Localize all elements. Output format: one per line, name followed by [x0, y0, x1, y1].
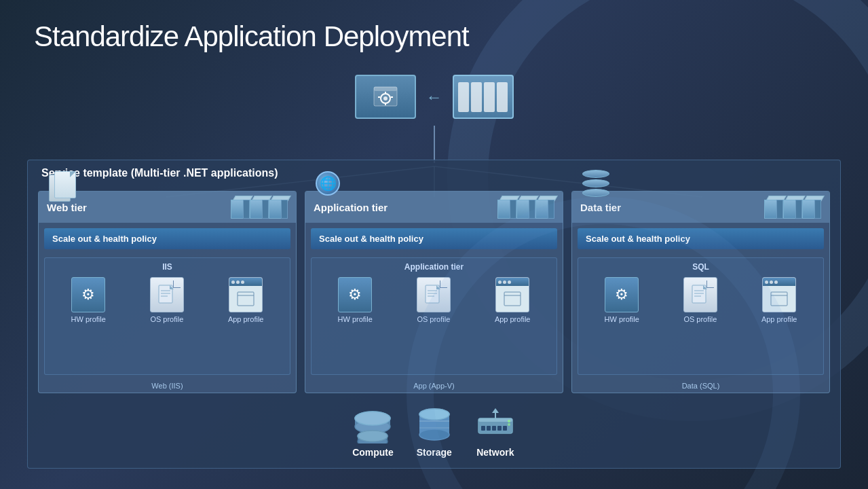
db-disk-bot	[582, 189, 609, 197]
cube-right	[281, 200, 288, 219]
web-tier-sub-box: IIS ⚙ HW profile	[44, 257, 290, 375]
tiers-container: Web tier	[38, 191, 830, 393]
data-sub-header: SQL	[582, 262, 819, 272]
app-os-profile: OS profile	[417, 277, 451, 323]
os-icon	[417, 277, 451, 312]
hw-icon: ⚙	[71, 277, 105, 312]
network-icon	[475, 406, 516, 443]
app-sub-header: Application tier	[316, 262, 552, 272]
svg-point-41	[419, 409, 449, 420]
web-os-profile: OS profile	[150, 277, 184, 323]
svg-point-53	[508, 423, 510, 426]
app-sub-label: App (App-V)	[305, 380, 563, 393]
storage-svg	[414, 405, 455, 446]
application-tier-servers	[499, 196, 554, 219]
data-profiles-row: ⚙ HW profile	[582, 277, 819, 323]
app-dot-3	[774, 280, 778, 284]
web-app-profile: App profile	[228, 277, 264, 323]
bottom-resources: Compute Storage	[38, 393, 830, 458]
app-app-profile: App profile	[495, 277, 531, 323]
app-tier-sub-box: Application tier ⚙ HW profile	[311, 257, 557, 375]
app-icon	[229, 277, 263, 312]
app-profiles-row: ⚙ HW profile	[316, 277, 552, 323]
app-icon	[495, 277, 529, 312]
storage-label: Storage	[417, 447, 452, 458]
os-profile-label: OS profile	[683, 315, 717, 323]
app-titlebar	[229, 278, 262, 286]
svg-point-3	[383, 96, 388, 101]
app-dot-3	[241, 280, 244, 284]
data-app-profile: App profile	[761, 277, 797, 323]
document-icon	[157, 284, 176, 306]
app-content-icon	[503, 291, 522, 307]
svg-point-32	[355, 412, 390, 425]
svg-point-52	[508, 420, 510, 422]
web-scale-banner: Scale out & health policy	[44, 228, 290, 249]
hw-icon: ⚙	[338, 277, 372, 312]
app-dot-1	[498, 280, 502, 284]
svg-rect-49	[492, 426, 496, 431]
app-hw-profile: ⚙ HW profile	[338, 277, 373, 323]
svg-rect-27	[771, 292, 787, 306]
svg-rect-13	[238, 292, 254, 306]
svg-point-40	[419, 429, 449, 440]
app-profile-label: App profile	[761, 315, 797, 323]
hw-profile-label: HW profile	[605, 315, 639, 323]
document-icon	[691, 284, 710, 306]
web-sub-label: Web (IIS)	[39, 380, 296, 393]
os-profile-label: OS profile	[150, 315, 183, 323]
hw-profile-label: HW profile	[338, 315, 373, 323]
template-box	[453, 75, 514, 119]
cube-right	[814, 200, 821, 219]
db-disk-top	[582, 170, 609, 178]
data-tier: Data tier	[571, 191, 830, 393]
app-tier-globe-icon	[316, 171, 340, 196]
gear-box	[355, 75, 416, 119]
main-container: Service template (Multi-tier .NET applic…	[27, 160, 841, 469]
server-stack-3	[266, 196, 288, 219]
web-tier-servers	[232, 196, 288, 219]
web-profiles-row: ⚙ HW profile	[49, 277, 286, 323]
storage-resource: Storage	[414, 406, 455, 458]
data-scale-banner: Scale out & health policy	[578, 228, 824, 249]
app-content-icon	[236, 291, 255, 307]
os-profile-label: OS profile	[417, 315, 450, 323]
hw-profile-label: HW profile	[71, 315, 106, 323]
application-tier: Application tier	[305, 191, 563, 393]
page-title: Standardize Application Deployment	[34, 20, 469, 53]
compute-label: Compute	[352, 447, 394, 458]
template-col-4	[497, 82, 508, 112]
server-stack-3	[533, 196, 554, 219]
app-dot-2	[770, 280, 773, 284]
network-resource: Network	[475, 406, 516, 458]
data-tier-db-icon	[582, 170, 613, 204]
web-hw-profile: ⚙ HW profile	[71, 277, 106, 323]
svg-rect-51	[503, 426, 507, 431]
db-stack	[582, 170, 613, 204]
app-dot-3	[508, 280, 511, 284]
application-tier-title: Application tier	[314, 202, 388, 213]
template-col-1	[458, 82, 469, 112]
svg-marker-55	[492, 408, 499, 413]
app-content	[229, 286, 262, 312]
app-content	[763, 286, 795, 312]
cube-right	[548, 200, 554, 219]
network-svg	[475, 406, 516, 443]
data-hw-profile: ⚙ HW profile	[605, 277, 639, 323]
app-titlebar	[763, 278, 795, 286]
svg-rect-20	[504, 292, 521, 306]
hw-icon: ⚙	[605, 277, 639, 312]
app-titlebar	[496, 278, 529, 286]
svg-rect-47	[481, 426, 485, 431]
svg-rect-46	[478, 418, 512, 422]
web-sub-header: IIS	[49, 262, 286, 272]
svg-rect-48	[487, 426, 491, 431]
app-icon	[762, 277, 796, 312]
compute-svg	[352, 406, 393, 443]
app-dot-1	[231, 280, 235, 284]
app-scale-banner: Scale out & health policy	[311, 228, 557, 249]
data-tier-servers	[766, 196, 821, 219]
app-dot-2	[236, 280, 240, 284]
svg-rect-50	[497, 426, 502, 431]
compute-icon	[352, 406, 393, 443]
